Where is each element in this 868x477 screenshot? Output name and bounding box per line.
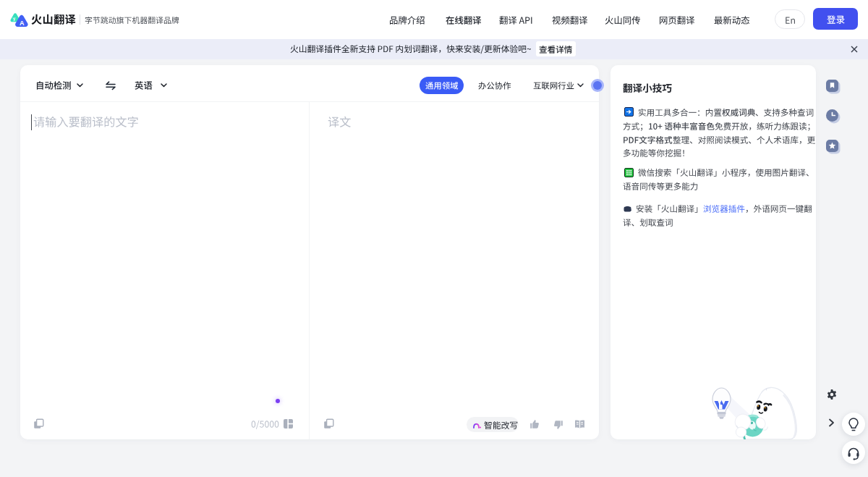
svg-text:A: A bbox=[20, 20, 25, 27]
